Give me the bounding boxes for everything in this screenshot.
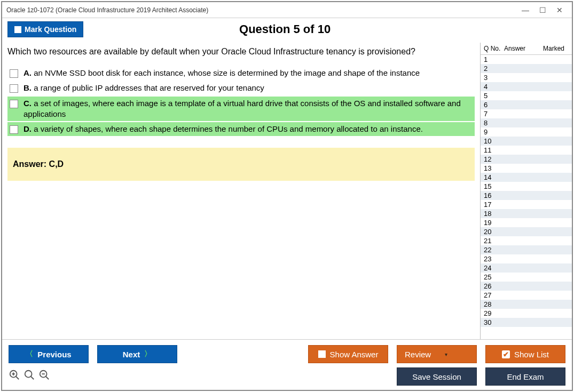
options-list: A. an NVMe SSD boot disk for each instan… [7,66,475,136]
question-number: 23 [481,255,504,263]
question-list-row[interactable]: 27 [481,291,572,300]
question-area: Which two resources are available by def… [2,43,480,339]
question-list-row[interactable]: 10 [481,137,572,146]
chevron-right-icon: 〉 [144,349,152,359]
question-number: 12 [481,155,504,163]
question-list-row[interactable]: 9 [481,127,572,137]
question-number: 5 [481,92,504,100]
option-row[interactable]: B. a range of public IP addresses that a… [7,81,475,95]
question-list-row[interactable]: 25 [481,273,572,282]
question-number: 11 [481,146,504,154]
dropdown-arrow-icon: ▾ [445,351,447,357]
question-list-row[interactable]: 4 [481,82,572,91]
show-answer-button[interactable]: Show Answer [308,345,388,363]
question-list-row[interactable]: 16 [481,191,572,200]
option-checkbox[interactable] [10,69,18,78]
question-list-row[interactable]: 13 [481,164,572,173]
question-list-row[interactable]: 21 [481,236,572,245]
zoom-out-icon[interactable] [38,369,50,384]
question-number: 4 [481,83,504,91]
question-number: 7 [481,110,504,118]
question-list-row[interactable]: 22 [481,245,572,254]
zoom-controls [9,369,50,384]
previous-button[interactable]: 〈 Previous [9,345,89,363]
option-checkbox[interactable] [10,100,18,108]
question-list-row[interactable]: 14 [481,173,572,182]
question-number: 30 [481,318,504,326]
option-text: B. a range of public IP addresses that a… [23,83,473,93]
review-button[interactable]: Review ▾ [397,345,477,363]
question-list-row[interactable]: 20 [481,227,572,236]
option-row[interactable]: A. an NVMe SSD boot disk for each instan… [7,66,475,80]
mark-question-button[interactable]: Mark Question [7,21,83,37]
question-number: 3 [481,74,504,82]
button-row-2: Save Session End Exam [9,367,565,386]
col-marked: Marked [543,45,572,52]
question-list-row[interactable]: 19 [481,218,572,227]
option-checkbox[interactable] [10,84,18,93]
question-list-row[interactable]: 6 [481,100,572,109]
close-icon[interactable]: ✕ [556,6,563,14]
checkbox-icon [14,26,21,33]
question-list-row[interactable]: 12 [481,155,572,164]
question-number: 8 [481,119,504,127]
question-number: 10 [481,137,504,145]
question-number: 25 [481,273,504,281]
show-list-label: Show List [514,350,549,359]
question-list-row[interactable]: 23 [481,254,572,263]
question-heading: Question 5 of 10 [83,22,486,36]
chevron-left-icon: 〈 [26,349,33,359]
question-list-row[interactable]: 30 [481,318,572,327]
mark-question-label: Mark Question [25,25,76,34]
option-text: A. an NVMe SSD boot disk for each instan… [23,68,473,78]
question-list-row[interactable]: 15 [481,182,572,191]
minimize-icon[interactable]: — [522,6,529,14]
question-list-row[interactable]: 1 [481,55,572,64]
question-number: 22 [481,246,504,254]
zoom-reset-icon[interactable] [23,369,35,384]
question-list-row[interactable]: 3 [481,73,572,82]
app-window: Oracle 1z0-1072 (Oracle Cloud Infrastruc… [1,1,573,391]
review-label: Review [405,350,431,359]
question-number: 6 [481,101,504,109]
option-checkbox[interactable] [10,125,18,134]
question-list-row[interactable]: 26 [481,282,572,291]
option-row[interactable]: D. a variety of shapes, where each shape… [7,122,475,136]
question-list-row[interactable]: 17 [481,200,572,209]
question-list-header: Q No. Answer Marked [481,43,572,55]
svg-line-1 [16,377,19,380]
next-label: Next [123,350,140,359]
option-text: D. a variety of shapes, where each shape… [23,124,473,134]
zoom-in-icon[interactable] [9,369,20,384]
question-list-row[interactable]: 18 [481,209,572,218]
col-answer: Answer [504,45,543,52]
button-row-1: 〈 Previous Next 〉 Show Answer Review ▾ [9,345,565,363]
show-answer-label: Show Answer [330,350,379,359]
question-number: 19 [481,219,504,227]
question-number: 15 [481,182,504,190]
question-number: 14 [481,173,504,181]
question-number: 21 [481,237,504,245]
save-session-button[interactable]: Save Session [397,367,477,386]
next-button[interactable]: Next 〉 [97,345,177,363]
option-row[interactable]: C. a set of images, where each image is … [7,97,475,122]
end-exam-button[interactable]: End Exam [485,367,565,386]
question-list-row[interactable]: 29 [481,309,572,318]
question-list-row[interactable]: 2 [481,64,572,73]
header-row: Mark Question Question 5 of 10 [2,18,572,43]
show-list-button[interactable]: ✔ Show List [485,345,565,363]
question-text: Which two resources are available by def… [7,43,475,66]
question-number: 28 [481,300,504,308]
question-list-row[interactable]: 11 [481,146,572,155]
question-list-row[interactable]: 24 [481,263,572,273]
question-list-row[interactable]: 5 [481,91,572,100]
question-list[interactable]: 1234567891011121314151617181920212223242… [481,55,572,339]
answer-box: Answer: C,D [7,148,475,181]
question-number: 26 [481,282,504,290]
question-list-row[interactable]: 8 [481,118,572,127]
question-list-row[interactable]: 28 [481,300,572,309]
question-number: 24 [481,264,504,272]
maximize-icon[interactable]: ☐ [539,6,546,14]
checked-icon: ✔ [502,350,510,358]
question-list-row[interactable]: 7 [481,109,572,118]
